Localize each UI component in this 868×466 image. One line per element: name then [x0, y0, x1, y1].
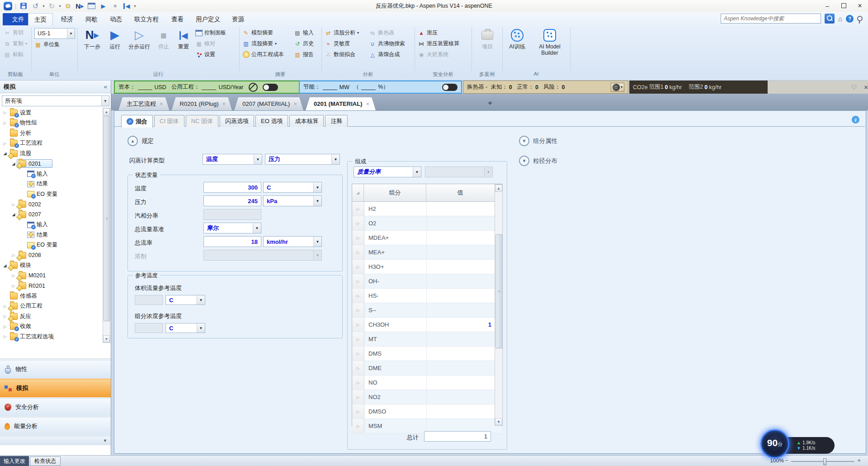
- component-attributes-header[interactable]: ▼ 组分属性: [519, 136, 557, 146]
- env-button-安全分析[interactable]: 安全分析: [0, 398, 111, 416]
- total-flow-field[interactable]: 18: [203, 236, 261, 247]
- component-name[interactable]: DMSO: [364, 404, 427, 418]
- sensitivity-button[interactable]: ≈灵敏度: [325, 39, 350, 48]
- zoom-in-icon[interactable]: +: [857, 457, 861, 464]
- doc-tab-主工艺流程[interactable]: 主工艺流程×: [118, 97, 170, 110]
- stream-analysis-button[interactable]: ⇄流股分析▾: [325, 28, 359, 38]
- component-name[interactable]: CH3OH: [364, 318, 427, 332]
- tree-item-0208[interactable]: ▷0208: [0, 250, 102, 261]
- search-input[interactable]: [721, 14, 821, 24]
- tab-economics[interactable]: 经济: [55, 13, 79, 25]
- tab-home[interactable]: 主页: [28, 13, 53, 26]
- tree-expander-closed-icon[interactable]: ▷: [10, 202, 17, 207]
- tree-item-公用工程[interactable]: ▷公用工程: [0, 301, 102, 312]
- column-component[interactable]: 组分: [364, 184, 426, 201]
- undo-icon[interactable]: ↺: [31, 1, 40, 10]
- tree-item-结果[interactable]: 结果: [0, 230, 102, 240]
- undo-caret-icon[interactable]: ▾: [42, 4, 44, 8]
- tree-item-输入[interactable]: ✓输入: [0, 220, 102, 230]
- energy-toggle[interactable]: [442, 84, 458, 91]
- tree-expander-closed-icon[interactable]: ▷: [2, 121, 8, 125]
- control-panel-icon[interactable]: [87, 1, 96, 10]
- distillation-synthesis-button[interactable]: △蒸馏合成: [369, 50, 400, 59]
- component-name[interactable]: H3O+: [364, 260, 427, 274]
- row-selector[interactable]: ▷: [352, 260, 364, 274]
- tab-dynamics[interactable]: 动态: [104, 13, 128, 25]
- doc-tab-R0201 (RPlug)[interactable]: R0201 (RPlug)×: [172, 97, 232, 110]
- component-name[interactable]: NO2: [364, 390, 427, 404]
- particle-size-header[interactable]: ▼ 粒径分布: [519, 156, 557, 166]
- row-selector[interactable]: ▷: [352, 376, 364, 390]
- temperature-unit-select[interactable]: C▼: [263, 182, 322, 193]
- row-selector[interactable]: ▷: [352, 347, 364, 361]
- composition-row-O2[interactable]: ▷O2: [352, 216, 502, 231]
- row-selector[interactable]: ▷: [352, 332, 364, 346]
- scroll-up-icon[interactable]: ▲: [495, 185, 502, 192]
- temperature-field[interactable]: 300: [203, 182, 261, 193]
- env-button-物性[interactable]: 物性: [0, 360, 111, 378]
- tree-item-结果[interactable]: 结果: [0, 179, 102, 190]
- column-value[interactable]: 值: [426, 184, 494, 201]
- help-icon[interactable]: ?: [846, 15, 854, 23]
- tree-item-EO 变量[interactable]: ✓EO 变量: [0, 189, 102, 200]
- new-tab-button[interactable]: +: [485, 97, 495, 109]
- tree-expander-closed-icon[interactable]: ▷: [2, 324, 8, 329]
- doc-tab-0207 (MATERIAL)[interactable]: 0207 (MATERIAL)×: [234, 97, 303, 110]
- expand-section-icon[interactable]: ▼: [519, 136, 529, 146]
- row-selector[interactable]: ▷: [352, 274, 364, 288]
- component-value[interactable]: [427, 274, 495, 288]
- doc-tab-0201 (MATERIAL)[interactable]: 0201 (MATERIAL)×: [306, 97, 376, 110]
- tree-expander-closed-icon[interactable]: ▷: [10, 284, 17, 288]
- scroll-down-icon[interactable]: ▼: [495, 418, 502, 425]
- search-icon[interactable]: [825, 14, 835, 24]
- tree-expander-closed-icon[interactable]: ▷: [10, 253, 17, 257]
- component-value[interactable]: [427, 347, 495, 361]
- home-icon[interactable]: ⌂: [838, 15, 842, 23]
- input-summary-button[interactable]: ▤输入: [294, 28, 314, 38]
- tree-item-设置[interactable]: ▷✓设置: [0, 108, 102, 118]
- tree-item-传感器[interactable]: 传感器: [0, 291, 102, 301]
- composition-row-OH-[interactable]: ▷OH-: [352, 274, 502, 289]
- component-value[interactable]: [427, 245, 495, 259]
- composition-row-MDEA+[interactable]: ▷MDEA+: [352, 231, 502, 245]
- form-tab-注释[interactable]: 注释: [325, 115, 348, 127]
- pin-ribbon-icon[interactable]: [857, 16, 863, 21]
- tree-item-0207[interactable]: ◢0207: [0, 209, 102, 220]
- composition-row-DME[interactable]: ▷DME: [352, 361, 502, 376]
- form-tab-EO 选项[interactable]: EO 选项: [255, 115, 288, 127]
- tree-expander-closed-icon[interactable]: ▷: [2, 304, 8, 309]
- component-name[interactable]: S--: [364, 303, 427, 317]
- stream-summary-button[interactable]: ▥流股摘要▾: [242, 39, 277, 48]
- tree-item-0201[interactable]: ◢0201: [0, 159, 102, 169]
- composition-row-H2[interactable]: ▷H2: [352, 202, 502, 216]
- control-panel-button[interactable]: 控制面板: [195, 28, 226, 38]
- tree-item-工艺流程选项[interactable]: ▷✓工艺流程选项: [0, 332, 102, 342]
- row-selector[interactable]: ▷: [352, 318, 364, 332]
- tree-item-模块[interactable]: ◢模块: [0, 261, 102, 271]
- form-tab-闪蒸选项[interactable]: 闪蒸选项: [220, 115, 254, 127]
- composition-row-DMS[interactable]: ▷DMS: [352, 347, 502, 361]
- row-selector[interactable]: ▷: [352, 303, 364, 317]
- tree-scrollbar[interactable]: ▲ ≡ ▼: [103, 108, 110, 343]
- tree-expander-open-icon[interactable]: ◢: [10, 162, 17, 166]
- tree-item-0202[interactable]: ▷0202: [0, 200, 102, 210]
- collapse-section-icon[interactable]: ▲: [127, 136, 138, 146]
- conc-ref-temp-unit-select[interactable]: C▼: [165, 323, 205, 333]
- component-value[interactable]: [427, 376, 495, 390]
- component-name[interactable]: DME: [364, 361, 427, 375]
- row-selector[interactable]: ▷: [352, 289, 364, 303]
- tree-expander-open-icon[interactable]: ◢: [10, 212, 17, 217]
- check-status-button[interactable]: 检查状态: [30, 456, 61, 466]
- component-name[interactable]: OH-: [364, 274, 427, 288]
- unit-sets-button[interactable]: ▦单位集: [34, 40, 60, 49]
- component-name[interactable]: HS-: [364, 289, 427, 303]
- composition-row-H3O+[interactable]: ▷H3O+: [352, 260, 502, 274]
- tree-expander-closed-icon[interactable]: ▷: [2, 141, 8, 146]
- component-value[interactable]: [427, 303, 495, 317]
- close-button[interactable]: ×: [852, 0, 868, 11]
- exchanger-view-select[interactable]: ▾: [611, 83, 624, 92]
- row-selector[interactable]: ▷: [352, 216, 364, 230]
- component-name[interactable]: MSM: [364, 419, 427, 433]
- row-selector[interactable]: ▷: [352, 404, 364, 418]
- tree-item-输入[interactable]: ✓输入: [0, 169, 102, 179]
